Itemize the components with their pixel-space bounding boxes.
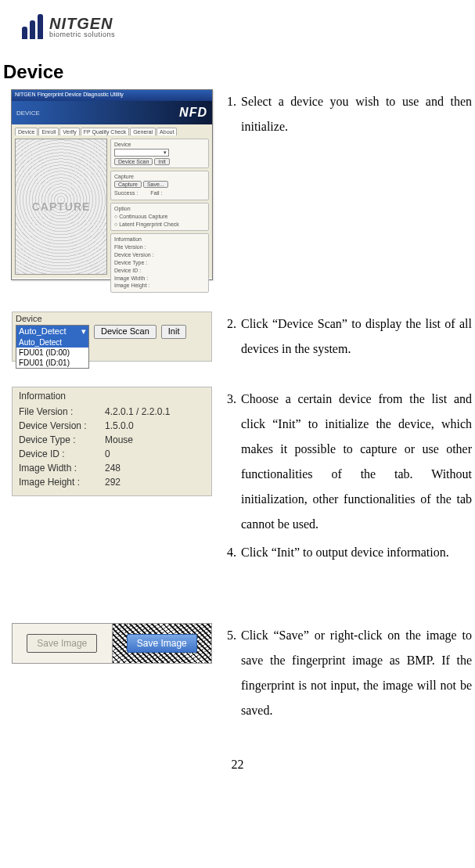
info-row: Image Height :292 bbox=[19, 475, 205, 489]
info-row: Image Width :248 bbox=[19, 461, 205, 475]
window-titlebar: NITGEN Fingerprint Device Diagnostic Uti… bbox=[12, 90, 212, 101]
info-device-version: Device Version : bbox=[114, 251, 205, 259]
brand-header: NITGEN biometric solutions bbox=[0, 14, 475, 39]
group-option-label: Option bbox=[114, 206, 205, 211]
page-number: 22 bbox=[0, 758, 475, 784]
screenshot-save-buttons: Save Image Save Image bbox=[12, 623, 212, 664]
info-row: Device Version :1.5.0.0 bbox=[19, 419, 205, 433]
init-button[interactable]: Init bbox=[161, 325, 187, 339]
step-number: 2. bbox=[227, 312, 241, 362]
screenshot-device-dropdown: Device Auto_Detect▾ Auto_Detect FDU01 (I… bbox=[12, 312, 212, 362]
device-option[interactable]: FDU01 (ID:01) bbox=[16, 358, 88, 368]
tab-device[interactable]: Device bbox=[15, 128, 38, 135]
banner-left-label: DEVICE bbox=[16, 110, 40, 117]
brand-tagline: biometric solutions bbox=[49, 31, 115, 38]
group-information-label: Information bbox=[114, 236, 205, 242]
tab-strip: Device Enroll Verify FP Quality Check Ge… bbox=[12, 124, 212, 135]
step-3: 3. Choose a certain device from the list… bbox=[227, 387, 472, 537]
save-button[interactable]: Save... bbox=[143, 181, 168, 188]
step-text: Choose a certain device from the list an… bbox=[241, 387, 472, 537]
step-text: Click “Save” or right-click on the image… bbox=[241, 623, 472, 723]
info-row: Device Type :Mouse bbox=[19, 433, 205, 447]
group-option: Option ○ Continuous Capture ○ Latent Fin… bbox=[110, 203, 209, 232]
step-text: Click “Init” to output device informatio… bbox=[241, 540, 472, 565]
screenshot-info-panel: Information File Version :4.2.0.1 / 2.2.… bbox=[12, 387, 212, 496]
step-2: 2. Click “Device Scan” to display the li… bbox=[227, 312, 472, 362]
tab-general[interactable]: General bbox=[130, 128, 156, 135]
brand-name: NITGEN bbox=[49, 16, 115, 31]
tab-enroll[interactable]: Enroll bbox=[38, 128, 59, 135]
info-panel-title: Information bbox=[19, 391, 205, 402]
step-number: 5. bbox=[227, 623, 241, 723]
fingerprint-preview: CAPTURE bbox=[15, 139, 107, 275]
init-button[interactable]: Init bbox=[154, 158, 169, 165]
group-device: Device ▾ Device Scan Init bbox=[110, 139, 209, 168]
step-number: 4. bbox=[227, 540, 241, 565]
device-combo[interactable]: ▾ bbox=[114, 149, 169, 157]
info-row: File Version :4.2.0.1 / 2.2.0.1 bbox=[19, 405, 205, 419]
section-title: Device bbox=[3, 61, 475, 83]
group-capture: Capture Capture Save... Success : Fail : bbox=[110, 171, 209, 200]
device-selected: Auto_Detect bbox=[19, 326, 67, 337]
device-option[interactable]: FDU01 (ID:00) bbox=[16, 348, 88, 358]
group-capture-label: Capture bbox=[114, 174, 205, 179]
info-device-id: Device ID : bbox=[114, 267, 205, 275]
brand-logo-icon bbox=[22, 14, 43, 39]
option-latent[interactable]: ○ Latent Fingerprint Check bbox=[114, 221, 205, 229]
device-group-label: Device bbox=[16, 314, 208, 323]
option-continuous[interactable]: ○ Continuous Capture bbox=[114, 213, 205, 221]
group-information: Information File Version : Device Versio… bbox=[110, 233, 209, 293]
step-4: 4. Click “Init” to output device informa… bbox=[227, 540, 472, 565]
info-file-version: File Version : bbox=[114, 243, 205, 251]
save-image-button-disabled: Save Image bbox=[27, 634, 97, 653]
device-scan-button[interactable]: Device Scan bbox=[94, 325, 157, 339]
device-scan-button[interactable]: Device Scan bbox=[114, 158, 153, 165]
info-image-height: Image Height : bbox=[114, 282, 205, 290]
tab-verify[interactable]: Verify bbox=[59, 128, 80, 135]
device-option[interactable]: Auto_Detect bbox=[16, 337, 88, 348]
tab-fp-quality[interactable]: FP Quality Check bbox=[81, 128, 129, 135]
success-label: Success : bbox=[114, 189, 138, 197]
step-5: 5. Click “Save” or right-click on the im… bbox=[227, 623, 472, 723]
step-number: 3. bbox=[227, 387, 241, 537]
tab-about[interactable]: About bbox=[157, 128, 177, 135]
capture-watermark: CAPTURE bbox=[32, 200, 91, 213]
device-select[interactable]: Auto_Detect▾ Auto_Detect FDU01 (ID:00) F… bbox=[16, 325, 89, 369]
fail-label: Fail : bbox=[150, 189, 162, 197]
info-image-width: Image Width : bbox=[114, 275, 205, 283]
step-1: 1. Select a device you wish to use and t… bbox=[227, 89, 472, 139]
step-text: Select a device you wish to use and then… bbox=[241, 89, 472, 139]
step-text: Click “Device Scan” to display the list … bbox=[241, 312, 472, 362]
capture-button[interactable]: Capture bbox=[114, 181, 142, 188]
save-image-button[interactable]: Save Image bbox=[127, 634, 197, 653]
chevron-down-icon: ▾ bbox=[81, 326, 86, 337]
step-number: 1. bbox=[227, 89, 241, 139]
info-row: Device ID :0 bbox=[19, 447, 205, 461]
group-device-label: Device bbox=[114, 142, 205, 147]
info-device-type: Device Type : bbox=[114, 259, 205, 267]
banner-right-logo: NFD bbox=[179, 106, 207, 120]
screenshot-app-window: NITGEN Fingerprint Device Diagnostic Uti… bbox=[11, 89, 213, 280]
